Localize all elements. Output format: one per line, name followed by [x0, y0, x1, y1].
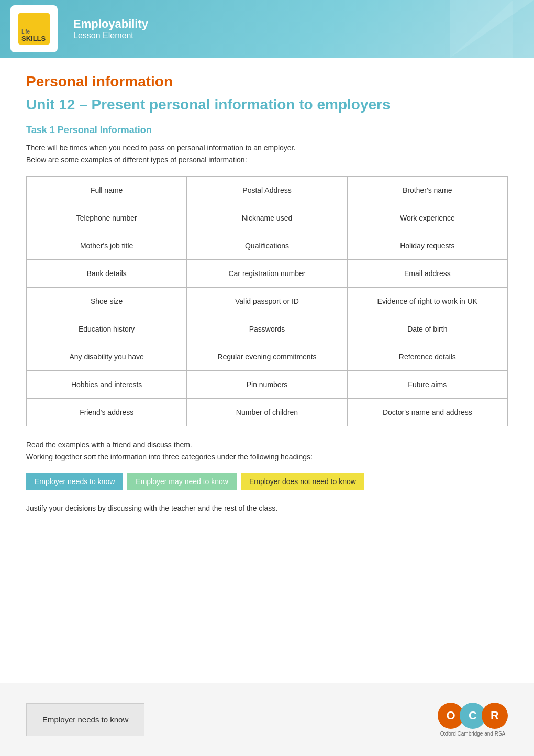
table-cell: Passwords: [187, 315, 347, 343]
info-table: Full namePostal AddressBrother's nameTel…: [26, 176, 508, 426]
task-title: Task 1 Personal Information: [26, 125, 508, 136]
table-cell: Evidence of right to work in UK: [347, 288, 507, 315]
page-title: Personal information: [26, 73, 508, 90]
header: Life SKILLS Employability Lesson Element: [0, 0, 534, 58]
discussion-line1: Read the examples with a friend and disc…: [26, 441, 192, 449]
logo-skills-text: SKILLS: [21, 35, 46, 42]
logo-life-text: Life: [21, 29, 30, 35]
header-text-block: Employability Lesson Element: [73, 17, 148, 40]
table-cell: Any disability you have: [27, 343, 187, 371]
table-row: Full namePostal AddressBrother's name: [27, 177, 508, 204]
table-cell: Postal Address: [187, 177, 347, 204]
table-row: Friend's addressNumber of childrenDoctor…: [27, 399, 508, 426]
table-cell: Shoe size: [27, 288, 187, 315]
table-row: Telephone numberNickname usedWork experi…: [27, 204, 508, 232]
table-cell: Email address: [347, 260, 507, 288]
table-row: Education historyPasswordsDate of birth: [27, 315, 508, 343]
table-cell: Car registration number: [187, 260, 347, 288]
ocr-r-circle: R: [482, 703, 508, 729]
footer-badge: Employer needs to know: [26, 703, 144, 736]
logo-container: Life SKILLS: [10, 5, 58, 52]
table-cell: Holiday requests: [347, 232, 507, 260]
categories-row: Employer needs to know Employer may need…: [26, 473, 508, 490]
table-cell: Number of children: [187, 399, 347, 426]
badge-may: Employer may need to know: [127, 473, 237, 490]
table-cell: Education history: [27, 315, 187, 343]
table-cell: Telephone number: [27, 204, 187, 232]
justify-text: Justify your decisions by discussing wit…: [26, 502, 508, 514]
intro-line2: Below are some examples of different typ…: [26, 156, 247, 164]
discussion-text: Read the examples with a friend and disc…: [26, 439, 508, 463]
table-cell: Date of birth: [347, 315, 507, 343]
table-row: Bank detailsCar registration numberEmail…: [27, 260, 508, 288]
discussion-line2: Working together sort the information in…: [26, 453, 313, 461]
badge-needs: Employer needs to know: [26, 473, 123, 490]
table-cell: Hobbies and interests: [27, 371, 187, 399]
ocr-tagline: Oxford Cambridge and RSA: [440, 731, 506, 737]
table-cell: Mother's job title: [27, 232, 187, 260]
table-cell: Qualifications: [187, 232, 347, 260]
table-cell: Pin numbers: [187, 371, 347, 399]
logo-yellow: Life SKILLS: [18, 13, 50, 45]
intro-text: There will be times when you need to pas…: [26, 142, 508, 166]
table-cell: Valid passport or ID: [187, 288, 347, 315]
unit-title: Unit 12 – Present personal information t…: [26, 95, 508, 114]
table-cell: Reference details: [347, 343, 507, 371]
main-content: Personal information Unit 12 – Present p…: [0, 58, 534, 556]
table-row: Hobbies and interestsPin numbersFuture a…: [27, 371, 508, 399]
table-row: Any disability you haveRegular evening c…: [27, 343, 508, 371]
table-row: Shoe sizeValid passport or IDEvidence of…: [27, 288, 508, 315]
ocr-circles: O C R: [438, 703, 508, 729]
header-title: Employability: [73, 17, 148, 31]
table-cell: Full name: [27, 177, 187, 204]
table-cell: Doctor's name and address: [347, 399, 507, 426]
table-cell: Friend's address: [27, 399, 187, 426]
table-cell: Nickname used: [187, 204, 347, 232]
header-subtitle: Lesson Element: [73, 31, 148, 40]
intro-line1: There will be times when you need to pas…: [26, 144, 295, 152]
table-cell: Bank details: [27, 260, 187, 288]
footer-area: Employer needs to know O C R Oxford Camb…: [0, 683, 534, 756]
table-row: Mother's job titleQualificationsHoliday …: [27, 232, 508, 260]
deco-shape-2: [450, 0, 513, 58]
table-cell: Brother's name: [347, 177, 507, 204]
badge-not: Employer does not need to know: [241, 473, 364, 490]
table-cell: Work experience: [347, 204, 507, 232]
table-cell: Future aims: [347, 371, 507, 399]
table-cell: Regular evening commitments: [187, 343, 347, 371]
ocr-logo: O C R Oxford Cambridge and RSA: [438, 703, 508, 737]
